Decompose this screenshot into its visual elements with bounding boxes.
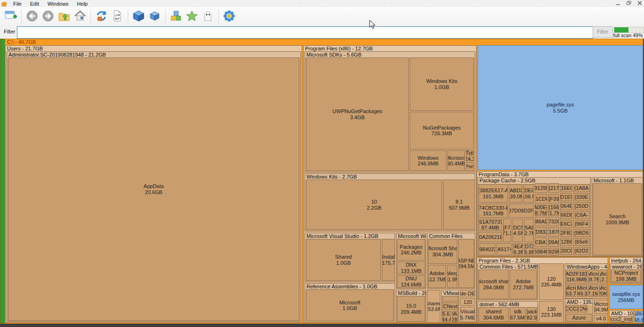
tm-dcs[interactable]: {DCS54.5M [512, 219, 523, 242]
configuration-button[interactable] [221, 8, 237, 25]
tm-cne[interactable]: CNe [580, 305, 587, 312]
menu-edit[interactable]: Edit [26, 0, 43, 7]
tm-de-de[interactable]: de-DE [460, 290, 475, 297]
tm-5a8[interactable]: {5A852.7M [524, 219, 534, 242]
tm-66d8[interactable]: {66D8 [560, 211, 572, 219]
tm-abd3[interactable]: {ABD3139.0M [509, 184, 522, 203]
menu-windows[interactable]: Windows [43, 0, 73, 7]
tm-e1cd08[interactable]: {E1CD08 [535, 194, 547, 204]
tm-d73[interactable]: {D7345.8M [524, 243, 534, 255]
tm-micr[interactable]: Micr12.1 [600, 270, 607, 284]
tm-windows[interactable]: Windows246.8MB [410, 150, 446, 171]
tm-shared[interactable]: shared153.6M [427, 290, 440, 323]
refresh-selection-button[interactable] [109, 8, 125, 25]
tm-62d2[interactable]: {62D2 [573, 247, 590, 255]
tm-cba1[interactable]: {CBA1 [535, 237, 547, 247]
tm-adobe[interactable]: Adobe112.7MB [428, 265, 446, 288]
tm-064e[interactable]: {064E [560, 202, 572, 210]
tm-mu[interactable]: Mu28. [452, 311, 458, 322]
tm-instal[interactable]: Instal175.7 [382, 239, 395, 281]
tm-micros[interactable]: Micros34.9M [594, 300, 608, 314]
tm-nugetpackages[interactable]: NuGetPackages726.3MB [410, 112, 474, 149]
tm-adobe[interactable]: Adobe272.7MB [510, 270, 537, 299]
tm-a5174[interactable]: {A5174 [496, 243, 512, 255]
tm-cnext[interactable]: CNext [442, 302, 458, 310]
tm-20c0[interactable]: {20C0 [560, 247, 572, 255]
tm-swapfile-sys[interactable]: swapfile.sys256MB [609, 285, 643, 309]
tm-search[interactable]: Search1009.9MB [593, 183, 642, 255]
menu-file[interactable]: File [9, 0, 26, 7]
tm-ccc2[interactable]: CCC2 [566, 305, 579, 312]
tm-port[interactable]: Port [466, 162, 474, 171]
parent-folder-button[interactable] [56, 8, 72, 25]
new-view-button[interactable] [3, 8, 19, 25]
tm-azure[interactable]: Azure [566, 314, 592, 322]
treemap-canvas[interactable]: C:\ - 46.7GBUsers - 21.7GBAdministrator.… [0, 39, 644, 324]
tm-0a20621e[interactable]: {0A20621E [479, 232, 502, 242]
tm-65e6[interactable]: {65e6 [573, 238, 590, 246]
tm-windows-kits[interactable]: Windows Kits1.0GB [410, 57, 474, 111]
tm-microsoft[interactable]: Microsoft1.0GB [306, 289, 394, 321]
tm-micrc[interactable]: Micrc28.7M [588, 270, 599, 284]
tm-microsoft[interactable]: Microsoft90.4MB [447, 150, 465, 171]
tm-732c[interactable]: {732C [548, 217, 559, 226]
tm-09a5[interactable]: {09A5 [548, 237, 559, 247]
tm-791295a[interactable]: {791295A [535, 183, 547, 193]
tm-ncproject[interactable]: NCProject199.3MB [611, 270, 641, 282]
tm-250d[interactable]: {250D [573, 202, 590, 210]
tm-appdata[interactable]: AppData20.6GB [8, 57, 299, 321]
tm-micrc[interactable]: Micrc7.1M [588, 285, 598, 297]
tm-dnx[interactable]: DNX133.1MB [397, 262, 425, 274]
tm-ccc2-inst[interactable]: ccc2_inst [610, 316, 633, 322]
tm-pagefile-sys[interactable]: pagefile.sys5.5GB [478, 45, 643, 170]
less-detail-button[interactable] [131, 8, 147, 25]
tm-5984c[interactable]: {5984C [535, 248, 547, 255]
tm-packages[interactable]: Packages246.2MB [397, 239, 425, 261]
tm-de0[interactable]: {DE0106.5 [523, 184, 534, 203]
tm-2fb3[interactable]: {2FB3 [560, 229, 572, 237]
tm-sdk[interactable]: sdk167.5MB [510, 307, 526, 322]
tm-shared[interactable]: Shared1.0GB [306, 239, 381, 281]
favorites-button[interactable] [184, 8, 200, 25]
tm-uwpnugetpackages[interactable]: UWPNuGetPackages3.4GB [306, 57, 409, 171]
tm-f39[interactable]: {F39 [548, 194, 559, 204]
tm-micr[interactable]: Micr49.3 [577, 285, 587, 297]
tm-4ea[interactable]: {4EA49.3M [512, 243, 523, 255]
tm-15-0[interactable]: 15.0209.4MB [397, 296, 425, 322]
tm-ad2f183[interactable]: AD2F183116.9MB [566, 270, 587, 284]
tm-5-6[interactable]: 5.6.44.4 [442, 311, 451, 322]
tm-v4-0[interactable]: v4.0 [594, 315, 608, 323]
filter-input[interactable] [17, 26, 593, 39]
tm-visual[interactable]: Visual5.7ME [460, 307, 475, 322]
tm-asp-ne[interactable]: ASP.NE294.5M [458, 239, 474, 288]
tm-61a70737[interactable]: {61A7073787.4MB [479, 219, 502, 231]
tm-typ[interactable]: Typ24.1 [466, 150, 474, 161]
forward-button[interactable] [40, 8, 56, 25]
tm-block[interactable] [442, 296, 458, 302]
tm-120[interactable]: 120 [460, 298, 475, 306]
tm-shared[interactable]: shared304.6MB [479, 307, 509, 322]
tm-dnu[interactable]: DNU124.6MB [397, 275, 425, 288]
tm-166[interactable]: {16621.7M [548, 204, 559, 216]
tm-86ad[interactable]: {86AD [535, 217, 547, 226]
back-button[interactable] [24, 8, 40, 25]
tm-pack[interactable]: pack82.9 [527, 307, 537, 322]
tm-srh[interactable]: sRH48.6 [635, 311, 643, 323]
tm-12b6[interactable]: {12B6 [560, 238, 572, 246]
tm-130[interactable]: 130223.1MB [539, 301, 564, 323]
more-detail-button[interactable] [147, 8, 163, 25]
restore-button[interactable] [626, 0, 632, 6]
tm-8-1[interactable]: 8.1507.9MB [443, 180, 475, 230]
tm-15e0[interactable]: {15E0 [560, 184, 572, 192]
tm-d1e9[interactable]: {D1E9 [560, 193, 572, 201]
minimize-button[interactable] [615, 0, 621, 6]
tm-74cbc330-e[interactable]: {74CBC330-E161.7MB [479, 204, 508, 218]
tm-microsoft-shar[interactable]: Microsoft Shar304.3MB [428, 239, 457, 264]
tm-block[interactable] [0, 39, 5, 323]
close-button[interactable] [636, 0, 643, 6]
tm-d833[interactable]: {D833 [535, 227, 547, 237]
tm-120[interactable]: 120235.4MB [539, 263, 564, 300]
tm-e6c2[interactable]: {E6C2 [560, 220, 572, 228]
tm-c6a[interactable]: {C6A- [573, 211, 590, 219]
home-button[interactable] [72, 8, 88, 25]
